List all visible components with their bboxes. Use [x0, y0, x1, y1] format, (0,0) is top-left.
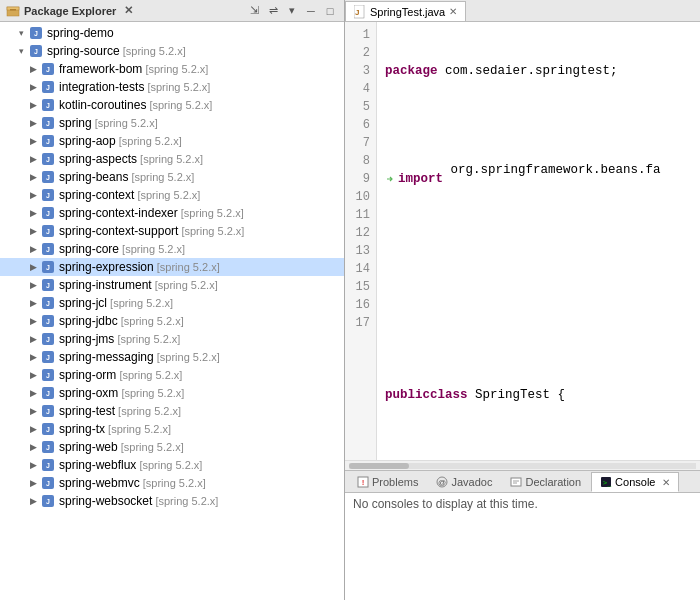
tag-spring-messaging: [spring 5.2.x] — [154, 351, 220, 363]
svg-text:J: J — [46, 66, 50, 73]
tree-item-spring-instrument[interactable]: ▶ J spring-instrument [spring 5.2.x] — [0, 276, 344, 294]
svg-text:J: J — [46, 246, 50, 253]
module-icon-spring-context-indexer: J — [40, 205, 56, 221]
expand-arrow-spring: ▶ — [28, 118, 38, 128]
tree-item-spring-web[interactable]: ▶ J spring-web [spring 5.2.x] — [0, 438, 344, 456]
tree-item-spring-test[interactable]: ▶ J spring-test [spring 5.2.x] — [0, 402, 344, 420]
tree-item-spring-core[interactable]: ▶ J spring-core [spring 5.2.x] — [0, 240, 344, 258]
tree-item-spring-jms[interactable]: ▶ J spring-jms [spring 5.2.x] — [0, 330, 344, 348]
code-editor[interactable]: 1 2 3 4 5 6 7 8 9 10 11 12 13 14 — [345, 22, 700, 470]
tab-problems[interactable]: ! Problems — [349, 472, 426, 492]
editor-tab-springtest[interactable]: J SpringTest.java ✕ — [345, 1, 466, 21]
tree-item-spring-webflux[interactable]: ▶ J spring-webflux [spring 5.2.x] — [0, 456, 344, 474]
tree-label-spring-beans: spring-beans — [59, 170, 128, 184]
tree-item-spring-oxm[interactable]: ▶ J spring-oxm [spring 5.2.x] — [0, 384, 344, 402]
maximize-icon[interactable]: □ — [322, 3, 338, 19]
package-explorer-tree: ▾ J spring-demo ▾ J spring-source [sprin… — [0, 22, 344, 600]
svg-text:J: J — [46, 444, 50, 451]
svg-text:J: J — [46, 192, 50, 199]
tree-label-integration-tests: integration-tests — [59, 80, 144, 94]
module-icon-spring-aspects: J — [40, 151, 56, 167]
svg-text:J: J — [46, 282, 50, 289]
scrollbar-thumb[interactable] — [349, 463, 409, 469]
package-explorer-icon — [6, 4, 20, 18]
tree-item-spring-tx[interactable]: ▶ J spring-tx [spring 5.2.x] — [0, 420, 344, 438]
tree-item-spring-beans[interactable]: ▶ J spring-beans [spring 5.2.x] — [0, 168, 344, 186]
collapse-all-icon[interactable]: ⇲ — [246, 3, 262, 19]
expand-arrow-integration-tests: ▶ — [28, 82, 38, 92]
declaration-icon — [510, 476, 522, 488]
expand-arrow-spring-webflux: ▶ — [28, 460, 38, 470]
tab-javadoc[interactable]: @ Javadoc — [428, 472, 500, 492]
tree-item-spring-aspects[interactable]: ▶ J spring-aspects [spring 5.2.x] — [0, 150, 344, 168]
svg-text:J: J — [46, 372, 50, 379]
tab-javadoc-label: Javadoc — [451, 476, 492, 488]
package-explorer-panel: Package Explorer ✕ ⇲ ⇌ ▾ ─ □ ▾ J spring-… — [0, 0, 345, 600]
svg-text:J: J — [46, 228, 50, 235]
tree-item-spring-demo[interactable]: ▾ J spring-demo — [0, 24, 344, 42]
tree-item-spring-aop[interactable]: ▶ J spring-aop [spring 5.2.x] — [0, 132, 344, 150]
tag-spring-orm: [spring 5.2.x] — [116, 369, 182, 381]
tag-spring-context-indexer: [spring 5.2.x] — [178, 207, 244, 219]
svg-text:J: J — [46, 390, 50, 397]
tree-item-framework-bom[interactable]: ▶ J framework-bom [spring 5.2.x] — [0, 60, 344, 78]
tree-item-spring-context-indexer[interactable]: ▶ J spring-context-indexer [spring 5.2.x… — [0, 204, 344, 222]
tree-label-spring-web: spring-web — [59, 440, 118, 454]
svg-text:J: J — [46, 210, 50, 217]
tag-spring-jdbc: [spring 5.2.x] — [118, 315, 184, 327]
code-content[interactable]: package com.sedaier.springtest; import o… — [377, 22, 700, 460]
svg-text:@: @ — [438, 478, 446, 487]
svg-text:J: J — [46, 354, 50, 361]
minimize-icon[interactable]: ─ — [303, 3, 319, 19]
tag-spring-aop: [spring 5.2.x] — [116, 135, 182, 147]
tree-item-spring-webmvc[interactable]: ▶ J spring-webmvc [spring 5.2.x] — [0, 474, 344, 492]
tree-item-spring-context[interactable]: ▶ J spring-context [spring 5.2.x] — [0, 186, 344, 204]
expand-arrow-spring-tx: ▶ — [28, 424, 38, 434]
tree-label-spring-tx: spring-tx — [59, 422, 105, 436]
scrollbar-track — [349, 463, 696, 469]
tree-item-spring-websocket[interactable]: ▶ J spring-websocket [spring 5.2.x] — [0, 492, 344, 510]
tree-item-spring-messaging[interactable]: ▶ J spring-messaging [spring 5.2.x] — [0, 348, 344, 366]
tree-label-spring: spring — [59, 116, 92, 130]
javadoc-icon: @ — [436, 476, 448, 488]
svg-text:J: J — [46, 102, 50, 109]
editor-tab-close-icon[interactable]: ✕ — [449, 6, 457, 17]
tag-spring-instrument: [spring 5.2.x] — [152, 279, 218, 291]
tree-item-spring-source[interactable]: ▾ J spring-source [spring 5.2.x] — [0, 42, 344, 60]
tree-item-spring-context-support[interactable]: ▶ J spring-context-support [spring 5.2.x… — [0, 222, 344, 240]
editor-horizontal-scrollbar[interactable] — [345, 460, 700, 470]
view-menu-icon[interactable]: ▾ — [284, 3, 300, 19]
expand-arrow-spring-webmvc: ▶ — [28, 478, 38, 488]
bottom-panel: ! Problems @ Javadoc — [345, 470, 700, 600]
tab-console[interactable]: >_ Console ✕ — [591, 472, 679, 492]
tag-kotlin-coroutines: [spring 5.2.x] — [146, 99, 212, 111]
svg-rect-2 — [10, 9, 16, 11]
tree-label-spring-expression: spring-expression — [59, 260, 154, 274]
console-close-icon[interactable]: ✕ — [662, 477, 670, 488]
tab-declaration[interactable]: Declaration — [502, 472, 589, 492]
project-icon-spring-demo: J — [28, 25, 44, 41]
expand-arrow-spring-aop: ▶ — [28, 136, 38, 146]
tree-item-spring-orm[interactable]: ▶ J spring-orm [spring 5.2.x] — [0, 366, 344, 384]
tree-item-integration-tests[interactable]: ▶ J integration-tests [spring 5.2.x] — [0, 78, 344, 96]
module-icon-spring-context-support: J — [40, 223, 56, 239]
tree-label-spring-context-support: spring-context-support — [59, 224, 178, 238]
package-explorer-header: Package Explorer ✕ ⇲ ⇌ ▾ ─ □ — [0, 0, 344, 22]
panel-title-text: Package Explorer — [24, 5, 116, 17]
svg-text:J: J — [46, 138, 50, 145]
tag-spring-test: [spring 5.2.x] — [115, 405, 181, 417]
tree-item-kotlin-coroutines[interactable]: ▶ J kotlin-coroutines [spring 5.2.x] — [0, 96, 344, 114]
module-icon-spring-beans: J — [40, 169, 56, 185]
editor-tab-bar: J SpringTest.java ✕ — [345, 0, 700, 22]
svg-text:J: J — [34, 48, 38, 55]
tree-item-spring[interactable]: ▶ J spring [spring 5.2.x] — [0, 114, 344, 132]
link-with-editor-icon[interactable]: ⇌ — [265, 3, 281, 19]
tree-item-spring-expression[interactable]: ▶ J spring-expression [spring 5.2.x] — [0, 258, 344, 276]
tree-item-spring-jcl[interactable]: ▶ J spring-jcl [spring 5.2.x] — [0, 294, 344, 312]
svg-text:J: J — [46, 336, 50, 343]
module-icon-spring-oxm: J — [40, 385, 56, 401]
code-line-5 — [385, 278, 700, 296]
tag-integration-tests: [spring 5.2.x] — [144, 81, 210, 93]
tree-item-spring-jdbc[interactable]: ▶ J spring-jdbc [spring 5.2.x] — [0, 312, 344, 330]
expand-arrow-spring-jdbc: ▶ — [28, 316, 38, 326]
